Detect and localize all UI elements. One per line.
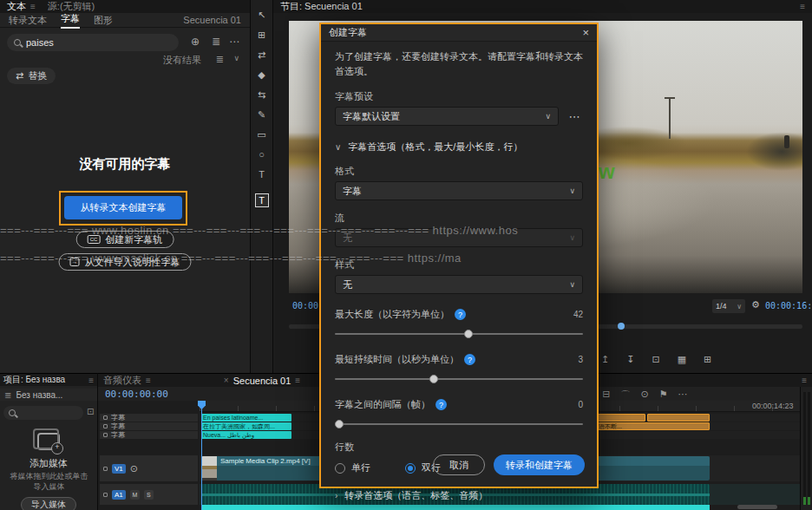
results-chevron-icon[interactable]: ∨ (233, 54, 239, 62)
zoom-level-select[interactable]: 1/4 ∨ (712, 299, 745, 313)
skater-figure (784, 135, 789, 148)
search-input[interactable] (26, 37, 130, 48)
slider-handle[interactable] (429, 375, 438, 383)
filter-icon[interactable]: ≣ (212, 36, 220, 48)
snap-icon[interactable]: ⌒ (620, 389, 630, 402)
pen-tool[interactable]: ✎ (258, 110, 265, 120)
style-label: 样式 (335, 258, 583, 271)
mute-button[interactable]: M (130, 490, 140, 500)
results-filter-icon[interactable]: ≣ (216, 54, 224, 65)
create-new-caption-track-button[interactable]: CC 创建新字幕轨 (76, 231, 174, 248)
import-captions-from-file-button[interactable]: → 从文件导入说明性字幕 (59, 253, 192, 271)
panel-menu-icon[interactable]: ≡ (88, 376, 94, 385)
program-monitor-title[interactable]: 节目: Secuencia 01 (280, 0, 363, 13)
audio-clip-lower[interactable] (201, 505, 710, 510)
style-select[interactable]: 无 ∨ (335, 275, 583, 294)
rectangle-tool[interactable]: ▭ (257, 130, 265, 140)
seek-playhead[interactable] (618, 323, 625, 330)
v1-track-badge[interactable]: V1 (112, 464, 126, 474)
help-icon[interactable]: ? (435, 399, 447, 410)
new-bin-icon[interactable]: ⊡ (87, 407, 94, 416)
lock-icon[interactable] (103, 433, 108, 437)
add-marker-icon[interactable]: ⚑ (659, 389, 668, 402)
project-bin-item[interactable]: ≣ Без назва... (0, 389, 97, 401)
type-tool[interactable]: T (259, 170, 265, 180)
import-media-button[interactable]: 导入媒体 (21, 497, 76, 510)
slider-handle[interactable] (464, 330, 473, 338)
lock-icon[interactable] (103, 493, 108, 497)
add-caption-icon[interactable]: ⊕ (191, 36, 200, 48)
linked-selection-icon[interactable]: ⊙ (640, 389, 648, 402)
preset-more-icon[interactable]: ⋯ (566, 110, 583, 123)
subtab-transcript[interactable]: 转录文本 (9, 14, 47, 27)
timeline-timecode[interactable]: 00:00:00:00 (105, 389, 168, 400)
extract-icon[interactable]: ↧ (626, 354, 634, 365)
min-duration-value: 3 (578, 355, 583, 364)
settings-wrench-icon[interactable]: ⚙ (751, 299, 760, 311)
preset-select[interactable]: 字幕默认设置 ∨ (335, 107, 559, 126)
caption-clip[interactable]: En países latinoame... (201, 414, 291, 422)
caption-track-header-1[interactable]: 字幕 (100, 414, 198, 422)
overwrite-icon[interactable]: ⊟ (602, 389, 610, 402)
panel-menu-icon[interactable]: ≡ (30, 2, 36, 11)
min-duration-slider[interactable] (335, 375, 583, 384)
close-icon[interactable]: × (224, 376, 229, 385)
replace-button[interactable]: ⇄ 替换 (7, 68, 56, 84)
a1-track-badge[interactable]: A1 (112, 490, 126, 500)
tab-sequence[interactable]: × Secuencia 01 ≡ (224, 376, 300, 386)
v1-track-header[interactable]: V1 ⊙ (100, 455, 198, 481)
caption-clip-selected[interactable] (647, 414, 710, 422)
solo-button[interactable]: S (144, 490, 154, 500)
caption-clip[interactable]: 在拉丁美洲國家，如森周... (201, 422, 291, 430)
caption-track-header-2[interactable]: 字幕 (100, 422, 198, 430)
more-options-icon[interactable]: ⋯ (229, 36, 239, 48)
lock-icon[interactable] (103, 424, 108, 428)
slider-handle[interactable] (335, 420, 344, 428)
create-new-caption-track-label: 创建新字幕轨 (105, 233, 162, 246)
lift-icon[interactable]: ↥ (601, 354, 609, 365)
panel-group-menu-icon[interactable]: ≡ (802, 376, 807, 385)
lock-icon[interactable] (103, 415, 108, 420)
selection-tool[interactable]: ↖ (258, 10, 265, 20)
timeline-settings-icon[interactable]: ⋯ (678, 389, 688, 402)
button-editor-icon[interactable]: ⊞ (704, 354, 711, 365)
type-tool-selected[interactable]: T (255, 193, 269, 207)
project-search-field[interactable] (3, 406, 83, 420)
format-select[interactable]: 字幕 ∨ (335, 181, 583, 200)
help-icon[interactable]: ? (455, 309, 466, 320)
cancel-button[interactable]: 取消 (433, 454, 485, 475)
eye-icon[interactable]: ⊙ (130, 463, 138, 474)
transcription-prefs-section-header[interactable]: › 转录首选项（语言、标签、音频） (335, 489, 583, 502)
slip-tool[interactable]: ⇆ (258, 90, 265, 100)
close-icon[interactable]: × (582, 26, 589, 39)
subtab-captions[interactable]: 字幕 (61, 12, 80, 29)
caption-clip[interactable]: Nueva... وطن باطل (201, 431, 291, 439)
project-panel-title[interactable]: 项目: Без назва (3, 374, 65, 386)
create-captions-from-transcript-button[interactable]: 从转录文本创建字幕 (64, 196, 182, 219)
tab-audio-meters[interactable]: 音频仪表 ≡ (103, 374, 151, 387)
transcribe-and-create-button[interactable]: 转录和创建字幕 (494, 454, 585, 475)
comparison-view-icon[interactable]: ▦ (678, 354, 686, 365)
panel-menu-icon[interactable]: ≡ (800, 2, 805, 11)
stream-select: 无 ∨ (335, 228, 583, 247)
sequence-tab-label: Secuencia 01 (233, 376, 291, 386)
timeline-horizontal-scrollbar[interactable] (737, 505, 777, 509)
caption-prefs-section-header[interactable]: ∨ 字幕首选项（格式，最大/最小长度，行） (335, 141, 583, 154)
a1-track-header[interactable]: A1 M S (100, 484, 198, 505)
max-length-label: 最大长度（以字符为单位） (335, 308, 449, 321)
single-line-radio[interactable]: 单行 (335, 461, 370, 474)
max-length-slider[interactable] (335, 330, 583, 339)
razor-tool[interactable]: ◆ (258, 70, 265, 80)
export-frame-icon[interactable]: ⊡ (652, 354, 659, 365)
lock-icon[interactable] (103, 467, 108, 471)
hand-tool[interactable]: ○ (259, 150, 265, 160)
help-icon[interactable]: ? (464, 354, 475, 365)
tab-text[interactable]: 文本 ≡ (7, 0, 36, 13)
caption-gap-slider[interactable] (335, 420, 583, 429)
ripple-edit-tool[interactable]: ⇄ (258, 50, 265, 60)
track-select-tool[interactable]: ⊞ (258, 30, 265, 40)
caption-track-header-3[interactable]: 字幕 (100, 431, 198, 439)
caption-search-field[interactable] (7, 34, 179, 51)
subtab-graphics[interactable]: 图形 (94, 14, 113, 27)
caption-clip-selected[interactable]: 维语不断... (590, 422, 710, 430)
